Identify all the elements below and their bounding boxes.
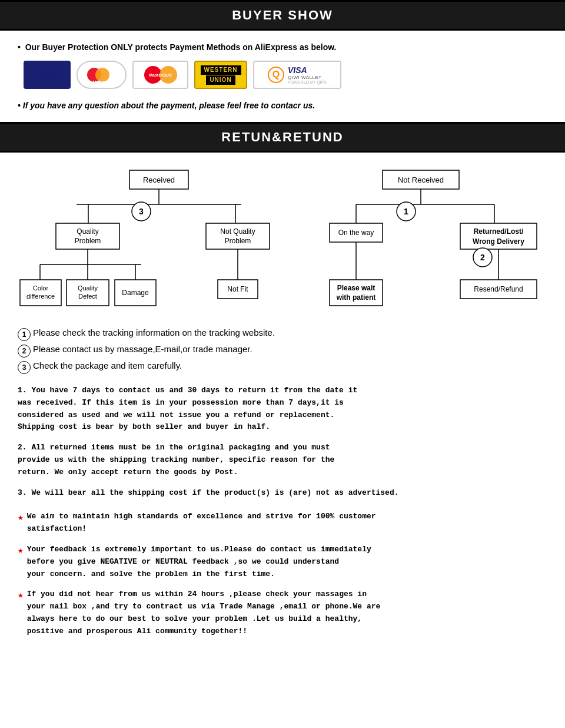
svg-text:Defect: Defect — [78, 293, 97, 300]
svg-text:Color: Color — [33, 284, 49, 292]
star-item-2: ★ Your feedback is extremely important t… — [18, 544, 547, 580]
svg-text:3: 3 — [139, 207, 144, 216]
svg-text:difference: difference — [26, 293, 55, 300]
svg-text:Damage: Damage — [122, 289, 149, 297]
policy-1: 1. You have 7 days to contact us and 30 … — [18, 385, 547, 434]
instruction-2: 2 Please contact us by massage,E-mail,or… — [18, 343, 547, 356]
western-union-logo: WESTERN UNION — [194, 61, 247, 89]
mastercard-logo: MasterCard — [132, 61, 188, 89]
star-icon-1: ★ — [18, 511, 24, 535]
star-icon-2: ★ — [18, 544, 24, 580]
svg-text:Received: Received — [143, 176, 175, 184]
star-item-3: ★ If you did not hear from us within 24 … — [18, 588, 547, 637]
svg-text:Resend/Refund: Resend/Refund — [474, 285, 523, 293]
svg-text:Problem: Problem — [75, 237, 101, 245]
policy-2: 2. All returned items must be in the ori… — [18, 442, 547, 478]
svg-text:Wrong Delivery: Wrong Delivery — [473, 237, 524, 246]
svg-text:Returned/Lost/: Returned/Lost/ — [474, 227, 524, 236]
buyer-show-section: BUYER SHOW • Our Buyer Protection ONLY p… — [0, 0, 565, 122]
maestro-logo: Maestro — [77, 61, 127, 89]
star-item-1: ★ We aim to maintain high standards of e… — [18, 511, 547, 535]
star-icon-3: ★ — [18, 588, 24, 637]
svg-text:Not  Received: Not Received — [398, 176, 444, 184]
svg-text:Not Quality: Not Quality — [220, 227, 255, 236]
contact-text: • If you have any question about the pay… — [18, 101, 547, 110]
instruction-3: 3 Check the package and item carefully. — [18, 360, 547, 373]
svg-text:Quality: Quality — [78, 284, 98, 292]
policy-3: 3. We will bear all the shipping cost if… — [18, 487, 547, 499]
svg-text:Not Fit: Not Fit — [227, 285, 248, 293]
flowchart: Received 3 Quality Problem Not Quality P… — [18, 164, 547, 317]
svg-text:Problem: Problem — [225, 237, 251, 245]
protection-text: • Our Buyer Protection ONLY protects Pay… — [18, 42, 547, 52]
return-header: RETUN&RETUND — [0, 122, 565, 153]
instructions: 1 Please check the tracking information … — [18, 327, 547, 373]
instruction-1: 1 Please check the tracking information … — [18, 327, 547, 340]
svg-text:1: 1 — [404, 207, 408, 216]
policy-section: 1. You have 7 days to contact us and 30 … — [18, 385, 547, 499]
qiwi-logo: Q VISA QIWI WALLET POWERED BY QIPS — [253, 61, 341, 89]
visa-logo: VISA — [24, 61, 71, 89]
svg-text:Please wait: Please wait — [337, 284, 375, 292]
svg-text:Quality: Quality — [77, 227, 98, 236]
payment-logos: VISA Maestro MasterCard — [24, 61, 547, 89]
buyer-show-header: BUYER SHOW — [0, 0, 565, 31]
svg-text:2: 2 — [480, 253, 485, 262]
svg-text:On the way: On the way — [338, 229, 374, 237]
return-section: RETUN&RETUND Received 3 Quality Problem — [0, 122, 565, 658]
star-section: ★ We aim to maintain high standards of e… — [18, 511, 547, 637]
svg-text:with patient: with patient — [336, 293, 376, 302]
